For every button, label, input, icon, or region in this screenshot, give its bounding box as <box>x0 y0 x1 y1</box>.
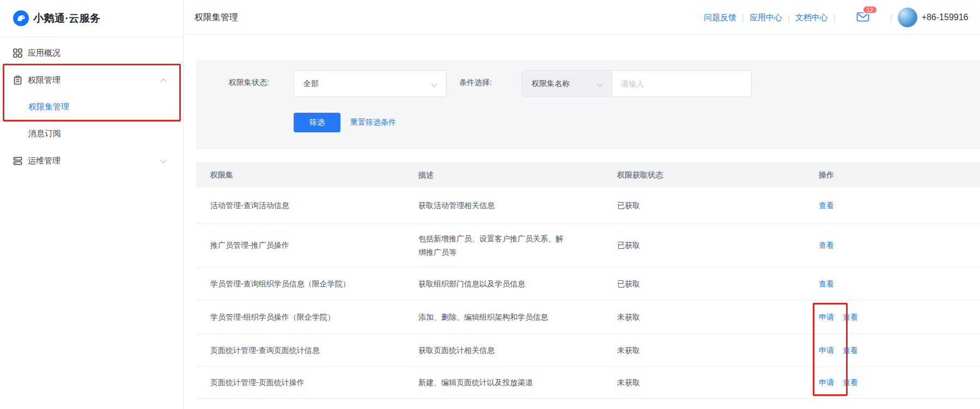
sidebar-item-message-subscribe[interactable]: 消息订阅 <box>0 120 183 147</box>
status-cell: 已获取 <box>617 199 819 212</box>
notification-badge: 12 <box>862 5 878 14</box>
view-link[interactable]: 查看 <box>843 378 858 387</box>
divider: | <box>890 13 892 22</box>
description-cell: 新建、编辑页面统计以及投放渠道 <box>418 376 567 389</box>
column-header: 权限集 <box>196 168 418 182</box>
actions-cell: 查看 <box>819 199 980 212</box>
permission-set-cell: 学员管理-查询组织学员信息（限企学院） <box>196 277 418 291</box>
apply-link[interactable]: 申请 <box>819 346 834 355</box>
condition-field-value: 权限集名称 <box>532 79 570 89</box>
status-filter-label: 权限集状态: <box>229 78 269 89</box>
clipboard-icon <box>13 76 22 85</box>
actions-cell: 查看 <box>819 239 980 252</box>
sidebar: 小鹅通·云服务 应用概况 <box>0 0 184 409</box>
user-avatar[interactable] <box>898 8 917 27</box>
sidebar-nav: 应用概况 权限管理 权限集管理 消息订阅 <box>0 37 183 174</box>
description-cell: 添加、删除、编辑组织架构和学员信息 <box>418 310 567 324</box>
table-header-row: 权限集描述权限获取状态操作 <box>196 162 980 187</box>
table-row: 页面统计管理-页面统计操作新建、编辑页面统计以及投放渠道未获取申请查看 <box>196 366 980 399</box>
doc-center-link[interactable]: 文档中心 <box>795 13 828 23</box>
server-icon <box>13 156 22 166</box>
actions-cell: 申请查看 <box>819 376 980 389</box>
divider: | <box>742 13 744 22</box>
status-cell: 已获取 <box>617 239 819 252</box>
divider: | <box>833 13 836 22</box>
table-row: 学员管理-查询组织学员信息（限企学院）获取组织部门信息以及学员信息已获取查看 <box>196 267 980 300</box>
actions-cell: 申请查看 <box>819 310 980 324</box>
filter-panel: 权限集状态: 全部 条件选择: 权限集名称 筛选 重置筛选条件 <box>196 60 980 149</box>
table-body: 活动管理-查询活动信息获取活动管理相关信息已获取查看推广员管理-推广员操作包括新… <box>196 187 980 399</box>
table-row: 学员管理-组织学员操作（限企学院）添加、删除、编辑组织架构和学员信息未获取申请查… <box>196 300 980 334</box>
divider: | <box>788 13 790 22</box>
permission-set-cell: 学员管理-组织学员操作（限企学院） <box>196 310 418 324</box>
sidebar-item-label: 应用概况 <box>28 48 60 58</box>
permission-table: 权限集描述权限获取状态操作 活动管理-查询活动信息获取活动管理相关信息已获取查看… <box>196 162 980 399</box>
apply-link[interactable]: 申请 <box>819 378 834 387</box>
chevron-down-icon <box>596 81 602 87</box>
feedback-link[interactable]: 问题反馈 <box>704 13 736 23</box>
sidebar-subitem-label: 消息订阅 <box>28 129 61 139</box>
condition-combo: 权限集名称 <box>522 70 752 97</box>
table-row: 推广员管理-推广员操作包括新增推广员、设置客户推广员关系、解绑推广员等已获取查看 <box>196 223 980 267</box>
chevron-down-icon <box>160 157 166 163</box>
view-link[interactable]: 查看 <box>843 313 858 321</box>
mail-button[interactable]: 12 <box>856 11 869 23</box>
brand-name: 小鹅通·云服务 <box>33 11 101 26</box>
sidebar-item-label: 权限管理 <box>28 75 60 86</box>
condition-field-select[interactable]: 权限集名称 <box>522 71 612 96</box>
description-cell: 包括新增推广员、设置客户推广员关系、解绑推广员等 <box>418 232 567 259</box>
actions-cell: 申请查看 <box>819 344 980 357</box>
chevron-down-icon <box>431 81 437 87</box>
permission-set-cell: 推广员管理-推广员操作 <box>196 239 418 252</box>
apply-link[interactable]: 申请 <box>819 313 834 321</box>
actions-cell: 查看 <box>819 277 980 291</box>
column-header: 权限获取状态 <box>617 168 819 182</box>
condition-search-input[interactable] <box>612 71 751 96</box>
goose-logo-icon <box>13 10 29 26</box>
status-select[interactable]: 全部 <box>294 70 447 97</box>
sidebar-item-ops-mgmt[interactable]: 运维管理 <box>0 147 183 174</box>
permission-set-cell: 页面统计管理-页面统计操作 <box>196 376 418 389</box>
status-cell: 未获取 <box>617 376 819 389</box>
brand-logo: 小鹅通·云服务 <box>0 0 183 37</box>
description-cell: 获取组织部门信息以及学员信息 <box>418 277 567 291</box>
table-row: 活动管理-查询活动信息获取活动管理相关信息已获取查看 <box>196 187 980 223</box>
user-phone: +86-159916 <box>922 13 969 22</box>
permission-set-cell: 活动管理-查询活动信息 <box>196 199 418 212</box>
view-link[interactable]: 查看 <box>843 346 858 355</box>
status-cell: 未获取 <box>617 344 819 357</box>
app-center-link[interactable]: 应用中心 <box>750 13 782 23</box>
view-link[interactable]: 查看 <box>819 279 834 288</box>
sidebar-subitem-label: 权限集管理 <box>28 102 69 112</box>
top-header: 权限集管理 问题反馈 | 应用中心 | 文档中心 | 12 | +86-1599… <box>184 0 980 35</box>
view-link[interactable]: 查看 <box>819 201 834 210</box>
view-link[interactable]: 查看 <box>819 241 834 249</box>
sidebar-item-label: 运维管理 <box>28 156 60 166</box>
column-header: 操作 <box>819 168 980 182</box>
description-cell: 获取页面统计相关信息 <box>418 344 567 357</box>
column-header: 描述 <box>418 168 567 182</box>
description-cell: 获取活动管理相关信息 <box>418 199 567 212</box>
status-cell: 未获取 <box>617 310 819 324</box>
sidebar-item-permission-set-mgmt[interactable]: 权限集管理 <box>0 94 183 120</box>
table-row: 页面统计管理-查询页面统计信息获取页面统计相关信息未获取申请查看 <box>196 334 980 366</box>
header-links: 问题反馈 | 应用中心 | 文档中心 | 12 | +86-159916 <box>704 0 968 35</box>
status-select-value: 全部 <box>303 79 319 89</box>
sidebar-item-permission-mgmt[interactable]: 权限管理 <box>0 66 183 94</box>
reset-filters-link[interactable]: 重置筛选条件 <box>350 118 396 127</box>
app-grid-icon <box>13 48 22 58</box>
app-window: 小鹅通·云服务 应用概况 <box>0 0 980 409</box>
status-cell: 已获取 <box>617 277 819 291</box>
filter-button[interactable]: 筛选 <box>294 113 340 132</box>
page-title: 权限集管理 <box>194 0 238 35</box>
permission-set-cell: 页面统计管理-查询页面统计信息 <box>196 344 418 357</box>
condition-filter-label: 条件选择: <box>459 78 492 89</box>
sidebar-item-app-overview[interactable]: 应用概况 <box>0 39 183 66</box>
chevron-up-icon <box>160 78 166 84</box>
